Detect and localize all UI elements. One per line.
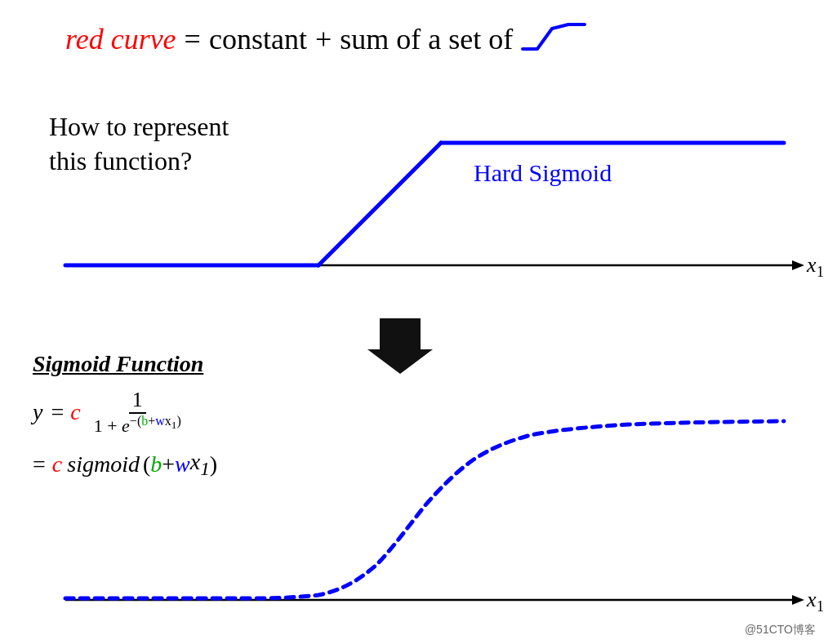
sigmoid-plot: x 1 bbox=[0, 339, 828, 644]
svg-marker-1 bbox=[792, 260, 804, 270]
svg-text:x: x bbox=[806, 253, 817, 277]
svg-text:1: 1 bbox=[817, 598, 824, 615]
svg-line-5 bbox=[318, 143, 441, 265]
plus-sign: + bbox=[315, 22, 332, 56]
hard-sigmoid-plot: x 1 bbox=[0, 78, 828, 322]
red-curve-text: red curve bbox=[65, 22, 176, 56]
svg-text:x: x bbox=[806, 588, 817, 611]
constant-text: constant bbox=[209, 22, 307, 56]
svg-marker-9 bbox=[792, 595, 804, 605]
lower-panel: Sigmoid Function y = c 1 1 + e−(b+wx1) =… bbox=[0, 339, 828, 644]
top-equation: red curve = constant + sum of a set of bbox=[65, 16, 586, 61]
sum-of-text: sum of a set of bbox=[340, 22, 513, 56]
svg-text:1: 1 bbox=[817, 264, 824, 280]
equals-sign: = bbox=[185, 22, 201, 56]
watermark: @51CTO博客 bbox=[745, 623, 816, 637]
upper-panel: How to represent this function? Hard Sig… bbox=[0, 78, 828, 322]
mini-sigmoid-icon bbox=[521, 16, 586, 61]
